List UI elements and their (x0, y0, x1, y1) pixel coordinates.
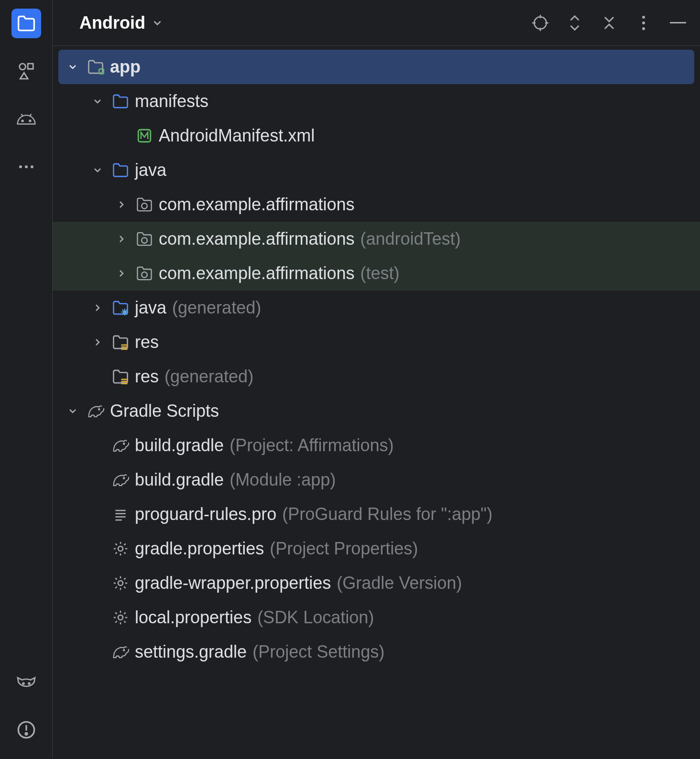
problems-tool-button[interactable] (11, 715, 41, 745)
project-view-dropdown[interactable]: Android (79, 13, 164, 33)
tree-node-label: java (135, 298, 166, 318)
resource-folder-icon (112, 334, 129, 351)
svg-point-36 (123, 443, 124, 444)
tree-node-qualifier: (generated) (172, 298, 261, 318)
svg-rect-19 (670, 22, 686, 23)
tree-node-qualifier: (ProGuard Rules for ":app") (282, 504, 492, 524)
gradle-icon (112, 437, 129, 454)
expand-collapse-button[interactable] (566, 14, 583, 32)
svg-point-43 (118, 581, 123, 586)
tree-node-label: proguard-rules.pro (135, 504, 276, 524)
svg-point-3 (19, 165, 22, 168)
structure-tool-button[interactable] (11, 56, 41, 86)
cat-icon (16, 673, 36, 691)
tree-node-qualifier: (androidTest) (361, 229, 461, 249)
chevron-down-icon (151, 17, 164, 29)
package-icon (136, 265, 153, 282)
tree-node-label: settings.gradle (135, 642, 247, 662)
svg-point-23 (142, 238, 147, 243)
android-tool-button[interactable] (11, 104, 41, 134)
tree-node-qualifier: (Project: Affirmations) (230, 435, 394, 455)
svg-point-35 (98, 409, 99, 410)
tree-node-label: res (135, 332, 159, 352)
project-panel-header: Android (53, 0, 700, 46)
chevron-down-icon (91, 95, 104, 108)
tree-node-build-gradle-module[interactable]: build.gradle (Module :app) (53, 463, 700, 497)
svg-point-4 (25, 165, 28, 168)
svg-point-22 (142, 203, 147, 209)
gear-icon (112, 609, 129, 626)
tree-node-qualifier: (Module :app) (230, 470, 336, 490)
expand-vertical-icon (568, 15, 581, 31)
tree-node-package-main[interactable]: com.example.affirmations (53, 187, 700, 222)
gradle-icon (112, 643, 129, 661)
project-tool-button[interactable] (11, 9, 41, 38)
tree-node-qualifier: (test) (361, 263, 400, 283)
chevron-down-icon (66, 60, 79, 74)
svg-point-1 (22, 120, 23, 121)
chevron-right-icon (115, 198, 128, 211)
svg-point-11 (534, 17, 547, 29)
tree-node-build-gradle-project[interactable]: build.gradle (Project: Affirmations) (53, 428, 700, 463)
tree-node-local-properties[interactable]: local.properties (SDK Location) (53, 600, 700, 635)
gear-icon (112, 540, 129, 557)
folder-icon (17, 15, 36, 32)
tree-node-manifest-file[interactable]: AndroidManifest.xml (53, 119, 700, 153)
svg-point-44 (118, 615, 123, 620)
resource-folder-icon (112, 368, 129, 385)
tree-node-qualifier: (generated) (164, 367, 253, 387)
tree-node-proguard[interactable]: proguard-rules.pro (ProGuard Rules for "… (53, 497, 700, 531)
crosshair-icon (532, 15, 548, 31)
tool-window-rail (0, 0, 53, 759)
folder-icon (112, 162, 129, 179)
tree-node-package-test[interactable]: com.example.affirmations (test) (53, 256, 700, 291)
tree-node-label: Gradle Scripts (110, 401, 219, 421)
gear-icon (112, 575, 129, 592)
svg-point-2 (29, 120, 31, 121)
svg-point-45 (123, 650, 124, 651)
tree-node-res-generated[interactable]: res (generated) (53, 359, 700, 394)
tree-node-label: build.gradle (135, 470, 224, 490)
tree-node-wrapper-properties[interactable]: gradle-wrapper.properties (Gradle Versio… (53, 566, 700, 600)
tree-node-java-generated[interactable]: java (generated) (53, 291, 700, 325)
tree-node-java[interactable]: java (53, 153, 700, 187)
tree-node-settings-gradle[interactable]: settings.gradle (Project Settings) (53, 635, 700, 669)
text-file-icon (112, 506, 129, 523)
collapse-vertical-icon (602, 16, 616, 30)
shapes-icon (17, 62, 35, 80)
chevron-right-icon (115, 267, 128, 280)
tree-node-label: res (135, 367, 159, 387)
package-icon (136, 230, 153, 248)
tree-node-label: build.gradle (135, 435, 224, 455)
svg-point-16 (642, 16, 645, 19)
more-horizontal-icon (18, 164, 35, 169)
tree-node-label: manifests (135, 91, 208, 111)
tree-node-app[interactable]: app (58, 50, 694, 84)
more-vertical-icon (641, 15, 646, 31)
collapse-all-button[interactable] (601, 14, 618, 32)
hide-button[interactable] (669, 14, 687, 32)
tree-node-gradle-properties[interactable]: gradle.properties (Project Properties) (53, 531, 700, 566)
options-button[interactable] (635, 14, 652, 32)
tree-node-manifests[interactable]: manifests (53, 84, 700, 119)
target-button[interactable] (532, 14, 549, 32)
more-tool-button[interactable] (11, 152, 41, 182)
chevron-right-icon (115, 232, 128, 246)
svg-point-10 (25, 733, 27, 735)
cat-tool-button[interactable] (11, 667, 41, 697)
svg-point-17 (642, 22, 645, 24)
tree-node-label: gradle-wrapper.properties (135, 573, 331, 593)
generated-folder-icon (112, 299, 129, 316)
tree-node-label: com.example.affirmations (159, 229, 355, 249)
tree-node-qualifier: (Project Settings) (252, 642, 384, 662)
android-icon (16, 111, 36, 127)
chevron-right-icon (91, 301, 104, 314)
svg-point-7 (28, 683, 30, 684)
tree-node-res[interactable]: res (53, 325, 700, 359)
tree-node-qualifier: (Project Properties) (270, 539, 418, 559)
tree-node-package-androidtest[interactable]: com.example.affirmations (androidTest) (53, 222, 700, 256)
tree-node-qualifier: (Gradle Version) (337, 573, 462, 593)
tree-node-gradle-scripts[interactable]: Gradle Scripts (53, 394, 700, 428)
svg-point-5 (31, 165, 33, 168)
svg-point-37 (123, 477, 124, 478)
